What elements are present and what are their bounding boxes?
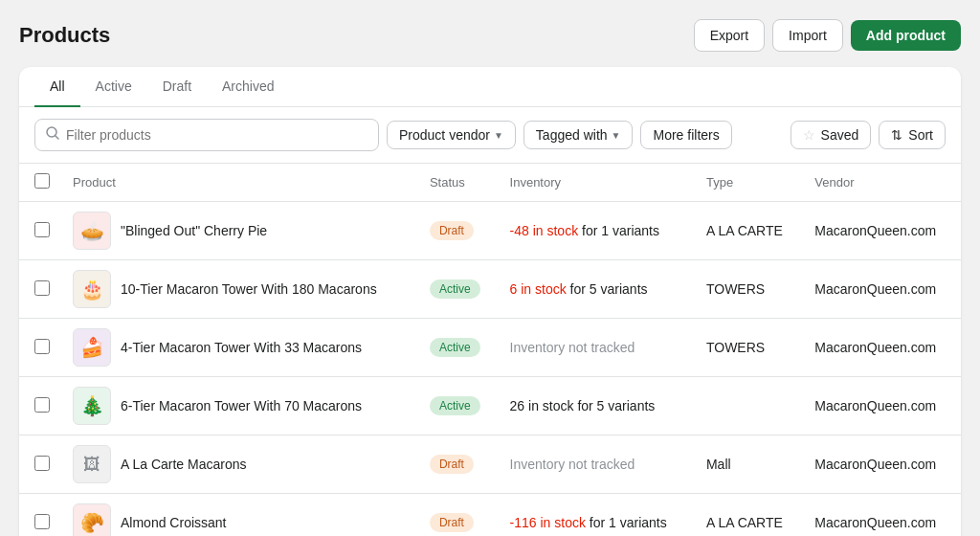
inventory-value-3: 26 in stock (510, 398, 574, 413)
export-button[interactable]: Export (694, 19, 765, 52)
more-filters-button[interactable]: More filters (640, 121, 731, 149)
status-badge-2: Active (430, 338, 480, 357)
sort-icon: ⇅ (891, 127, 902, 143)
search-input[interactable] (66, 127, 368, 143)
product-thumbnail-icon: 🎄 (80, 394, 104, 417)
vendor-cell-5: MacaronQueen.com (803, 494, 961, 537)
product-thumbnail-4: 🖼 (73, 445, 111, 483)
vendor-cell-3: MacaronQueen.com (803, 377, 961, 436)
product-thumbnail-5: 🥐 (73, 503, 111, 536)
product-thumbnail-icon: 🥐 (80, 511, 104, 534)
tab-all[interactable]: All (34, 67, 80, 107)
product-name-2[interactable]: 4-Tier Macaron Tower With 33 Macarons (121, 339, 362, 356)
add-product-button[interactable]: Add product (851, 20, 961, 51)
table-row: 🥐Almond CroissantDraft-116 in stock for … (19, 494, 961, 537)
status-cell-5: Draft (418, 494, 499, 537)
product-thumbnail-icon: 🍰 (80, 336, 104, 359)
inventory-cell-1: 6 in stock for 5 variants (499, 260, 695, 319)
table-row: 🥧"Blinged Out" Cherry PieDraft-48 in sto… (19, 202, 961, 260)
type-cell-4: Mall (695, 436, 803, 494)
vendor-cell-2: MacaronQueen.com (803, 319, 961, 377)
inventory-cell-4: Inventory not tracked (499, 436, 695, 494)
row-checkbox-0[interactable] (34, 222, 50, 237)
table-header-row: Product Status Inventory Type Vendor (19, 164, 961, 202)
select-all-checkbox[interactable] (34, 173, 50, 189)
product-thumbnail-1: 🎂 (73, 270, 111, 308)
row-checkbox-2[interactable] (34, 339, 50, 354)
type-cell-5: A LA CARTE (695, 494, 803, 537)
product-cell-1: 🎂10-Tier Macaron Tower With 180 Macarons (61, 260, 418, 319)
status-badge-3: Active (430, 396, 480, 415)
row-checkbox-5[interactable] (34, 514, 50, 529)
page-header: Products Export Import Add product (19, 19, 961, 52)
product-cell-5: 🥐Almond Croissant (61, 494, 418, 537)
vendor-cell-1: MacaronQueen.com (803, 260, 961, 319)
vendor-column-header: Vendor (803, 164, 961, 202)
main-card: All Active Draft Archived (19, 67, 961, 536)
row-checkbox-3[interactable] (34, 397, 50, 413)
product-name-4[interactable]: A La Carte Macarons (121, 456, 247, 473)
type-cell-3 (695, 377, 803, 436)
tabs-bar: All Active Draft Archived (19, 67, 961, 107)
tab-active[interactable]: Active (80, 67, 147, 107)
status-cell-2: Active (418, 319, 499, 377)
table-row: 🖼A La Carte MacaronsDraftInventory not t… (19, 436, 961, 494)
inventory-value-0: -48 in stock (510, 223, 579, 238)
product-cell-4: 🖼A La Carte Macarons (61, 436, 418, 494)
row-checkbox-cell-5 (19, 494, 61, 537)
product-cell-2: 🍰4-Tier Macaron Tower With 33 Macarons (61, 319, 418, 377)
product-table: Product Status Inventory Type Vendor (19, 164, 961, 536)
product-name-0[interactable]: "Blinged Out" Cherry Pie (121, 222, 267, 239)
saved-button[interactable]: ☆ Saved (791, 121, 872, 149)
page-title: Products (19, 23, 110, 48)
status-cell-1: Active (418, 260, 499, 319)
tab-draft[interactable]: Draft (147, 67, 207, 107)
table-row: 🎂10-Tier Macaron Tower With 180 Macarons… (19, 260, 961, 319)
product-name-1[interactable]: 10-Tier Macaron Tower With 180 Macarons (121, 280, 377, 298)
inventory-value-1: 6 in stock (510, 281, 567, 297)
product-vendor-filter[interactable]: Product vendor ▼ (387, 121, 516, 149)
status-column-header: Status (418, 164, 499, 202)
status-cell-0: Draft (418, 202, 499, 260)
inventory-cell-0: -48 in stock for 1 variants (499, 202, 695, 260)
row-checkbox-4[interactable] (34, 456, 50, 471)
type-cell-2: TOWERS (695, 319, 803, 377)
table-row: 🎄6-Tier Macaron Tower With 70 MacaronsAc… (19, 377, 961, 436)
vendor-cell-0: MacaronQueen.com (803, 202, 961, 260)
sort-button[interactable]: ⇅ Sort (879, 121, 946, 149)
product-thumbnail-icon: 🥧 (80, 219, 104, 242)
product-name-3[interactable]: 6-Tier Macaron Tower With 70 Macarons (121, 397, 362, 414)
row-checkbox-cell-1 (19, 260, 61, 319)
product-thumbnail-icon: 🎂 (80, 278, 104, 301)
product-thumbnail-3: 🎄 (73, 387, 111, 425)
tab-archived[interactable]: Archived (207, 67, 289, 107)
status-badge-0: Draft (430, 221, 474, 240)
inventory-cell-5: -116 in stock for 1 variants (499, 494, 695, 537)
row-checkbox-cell-2 (19, 319, 61, 377)
inventory-value-4: Inventory not tracked (510, 457, 635, 472)
chevron-down-icon: ▼ (612, 130, 621, 141)
inventory-suffix-5: for 1 variants (586, 515, 667, 530)
row-checkbox-1[interactable] (34, 280, 50, 296)
inventory-suffix-3: for 5 variants (574, 398, 656, 413)
inventory-suffix-0: for 1 variants (578, 223, 659, 238)
type-cell-0: A LA CARTE (695, 202, 803, 260)
type-column-header: Type (695, 164, 803, 202)
row-checkbox-cell-0 (19, 202, 61, 260)
product-cell-3: 🎄6-Tier Macaron Tower With 70 Macarons (61, 377, 418, 436)
status-badge-1: Active (430, 279, 480, 299)
tagged-with-filter[interactable]: Tagged with ▼ (523, 121, 634, 149)
search-wrapper[interactable] (34, 119, 379, 151)
product-column-header: Product (61, 164, 418, 202)
search-icon (45, 125, 60, 145)
import-button[interactable]: Import (772, 19, 843, 52)
svg-line-1 (56, 136, 59, 140)
image-placeholder-icon: 🖼 (83, 455, 100, 475)
page-wrapper: Products Export Import Add product All A… (19, 19, 961, 536)
inventory-column-header: Inventory (499, 164, 695, 202)
status-badge-5: Draft (430, 513, 474, 532)
type-cell-1: TOWERS (695, 260, 803, 319)
select-all-header (19, 164, 61, 202)
row-checkbox-cell-4 (19, 436, 61, 494)
product-name-5[interactable]: Almond Croissant (121, 514, 227, 531)
